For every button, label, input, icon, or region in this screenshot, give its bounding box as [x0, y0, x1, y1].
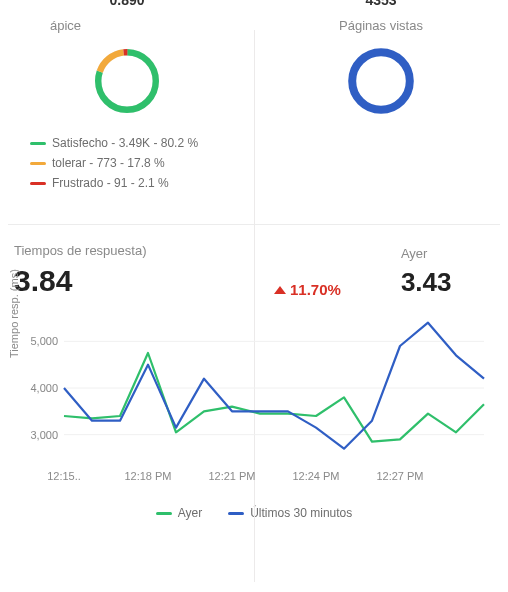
legend-swatch-icon [156, 512, 172, 515]
legend-text: Frustrado - 91 - 2.1 % [52, 173, 169, 193]
resp-delta: 11.70% [274, 281, 341, 298]
apex-legend: Satisfecho - 3.49K - 80.2 %tolerar - 773… [10, 133, 244, 193]
svg-text:12:24 PM: 12:24 PM [292, 470, 339, 482]
chart-legend-item: Últimos 30 minutos [228, 506, 352, 520]
legend-swatch-icon [228, 512, 244, 515]
svg-text:4,000: 4,000 [30, 382, 58, 394]
svg-text:12:27 PM: 12:27 PM [376, 470, 423, 482]
apex-panel: ápice 0.890 Satisfecho - 3.49K - 80.2 %t… [0, 0, 254, 220]
svg-text:5,000: 5,000 [30, 335, 58, 347]
svg-point-4 [352, 52, 410, 110]
chart-ylabel: Tiempo resp. (ms) [8, 269, 20, 358]
legend-swatch-icon [30, 182, 46, 185]
resp-delta-value: 11.70% [290, 281, 341, 298]
svg-text:3,000: 3,000 [30, 429, 58, 441]
legend-swatch-icon [30, 142, 46, 145]
svg-text:12:18 PM: 12:18 PM [124, 470, 171, 482]
pageviews-ring [341, 41, 421, 121]
apex-value: 0.890 [87, 0, 167, 8]
legend-text: Satisfecho - 3.49K - 80.2 % [52, 133, 198, 153]
apex-title: ápice [10, 18, 244, 33]
svg-text:12:15..: 12:15.. [47, 470, 81, 482]
resp-label-yesterday: Ayer [401, 246, 452, 261]
apex-donut [87, 41, 167, 121]
pageviews-panel: Páginas vistas 4353 [254, 0, 508, 220]
legend-text: tolerar - 773 - 17.8 % [52, 153, 165, 173]
apex-legend-item: Satisfecho - 3.49K - 80.2 % [30, 133, 244, 153]
legend-text: Últimos 30 minutos [250, 506, 352, 520]
pageviews-title: Páginas vistas [264, 18, 498, 33]
apex-legend-item: Frustrado - 91 - 2.1 % [30, 173, 244, 193]
chart-svg: 3,0004,0005,00012:15..12:18 PM12:21 PM12… [14, 308, 494, 488]
chart-legend-item: Ayer [156, 506, 202, 520]
legend-swatch-icon [30, 162, 46, 165]
response-time-chart: Tiempo resp. (ms) 3,0004,0005,00012:15..… [14, 308, 494, 488]
up-triangle-icon [274, 286, 286, 294]
legend-text: Ayer [178, 506, 202, 520]
pageviews-value: 4353 [341, 0, 421, 8]
resp-value-yesterday: 3.43 [401, 267, 452, 298]
svg-text:12:21 PM: 12:21 PM [208, 470, 255, 482]
apex-legend-item: tolerar - 773 - 17.8 % [30, 153, 244, 173]
resp-value: 3.84 [14, 264, 214, 298]
resp-label: Tiempos de respuesta) [14, 243, 214, 258]
